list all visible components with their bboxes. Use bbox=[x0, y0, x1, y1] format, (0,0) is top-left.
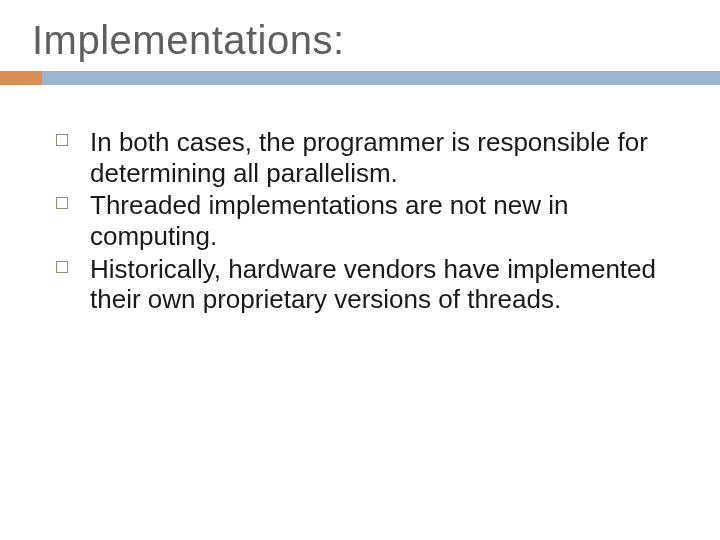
underline-orange-accent bbox=[0, 71, 42, 85]
slide-body: In both cases, the programmer is respons… bbox=[0, 85, 720, 315]
list-item-text: Threaded implementations are not new in … bbox=[90, 190, 568, 251]
title-underline bbox=[0, 71, 720, 85]
list-item: In both cases, the programmer is respons… bbox=[50, 127, 680, 188]
list-item: Threaded implementations are not new in … bbox=[50, 190, 680, 251]
square-bullet-icon bbox=[56, 197, 68, 209]
square-bullet-icon bbox=[56, 134, 68, 146]
slide-title: Implementations: bbox=[0, 18, 720, 71]
underline-blue bbox=[0, 71, 720, 85]
list-item-text: Historically, hardware vendors have impl… bbox=[90, 254, 656, 315]
bullet-list: In both cases, the programmer is respons… bbox=[50, 127, 680, 315]
list-item-text: In both cases, the programmer is respons… bbox=[90, 127, 648, 188]
square-bullet-icon bbox=[56, 261, 68, 273]
list-item: Historically, hardware vendors have impl… bbox=[50, 254, 680, 315]
slide: Implementations: In both cases, the prog… bbox=[0, 0, 720, 540]
